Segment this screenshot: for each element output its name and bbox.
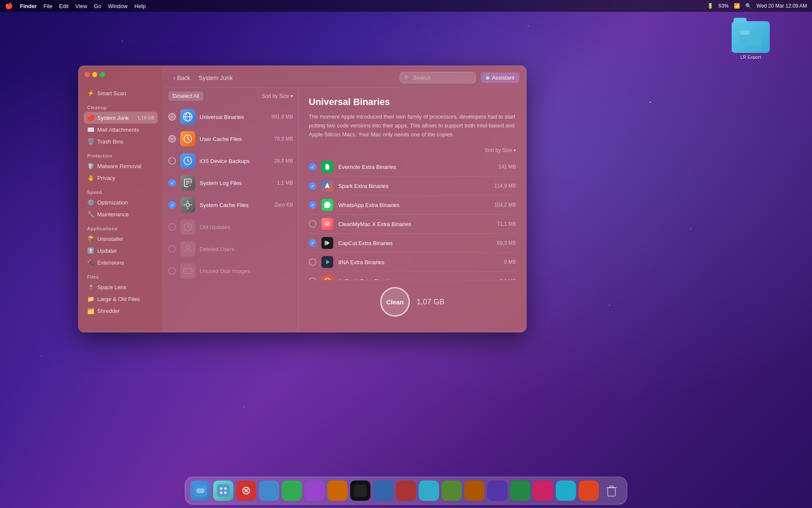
detail-item[interactable]: ✓ CapCut Extra Binaries 69,3 MB <box>309 234 516 253</box>
list-item[interactable]: − User Cache Files 78,9 MB <box>163 128 298 150</box>
item-checkbox-user-cache[interactable]: − <box>168 135 176 143</box>
item-checkbox-system-log[interactable]: ✓ <box>168 179 176 187</box>
sidebar-item-updater[interactable]: ⬆️ Updater <box>84 245 158 257</box>
sidebar-item-trash-bins[interactable]: 🗑️ Trash Bins <box>84 135 158 147</box>
minimize-button[interactable] <box>92 72 97 77</box>
detail-checkbox-evernote[interactable]: ✓ <box>309 163 316 171</box>
dock-app10[interactable] <box>442 480 462 501</box>
detail-checkbox-cleanmymac[interactable] <box>309 220 316 228</box>
list-item[interactable]: − Universal Binaries 991,9 MB <box>163 106 298 128</box>
menubar-battery-icon: 🔋 <box>707 3 713 9</box>
back-button[interactable]: ‹ Back <box>170 73 194 83</box>
sidebar-item-uninstaller[interactable]: 📦 Uninstaller <box>84 233 158 245</box>
clean-button[interactable]: Clean <box>380 287 410 317</box>
sidebar-section-cleanup: Cleanup <box>87 105 154 110</box>
sidebar-item-malware[interactable]: 🛡️ Malware Removal <box>84 160 158 172</box>
dock-launchpad[interactable] <box>213 480 233 501</box>
svg-rect-42 <box>308 484 321 497</box>
sort-by-size-button[interactable]: Sort by Size ▾ <box>262 93 293 99</box>
detail-item-size-iina: 8 MB <box>504 259 516 265</box>
item-checkbox-old-updates[interactable] <box>168 223 176 231</box>
menubar-window[interactable]: Window <box>108 3 127 9</box>
list-item[interactable]: Old Updates <box>163 216 298 238</box>
sidebar-item-shredder[interactable]: 🗂️ Shredder <box>84 305 158 317</box>
list-item[interactable]: ✓ System Cache Files Zero KB <box>163 194 298 216</box>
dock-app7[interactable] <box>373 480 393 501</box>
sidebar-updater-label: Updater <box>97 248 117 254</box>
old-updates-icon <box>180 219 195 235</box>
system-junk-icon: 🔴 <box>87 114 94 121</box>
svg-rect-54 <box>582 484 595 497</box>
dock-app3[interactable] <box>282 480 302 501</box>
detail-checkbox-iina[interactable] <box>309 258 316 266</box>
dock-app2[interactable] <box>259 480 279 501</box>
list-item[interactable]: Deleted Users <box>163 238 298 260</box>
close-button[interactable] <box>85 72 90 77</box>
dock-trash[interactable] <box>601 480 622 501</box>
sidebar-item-smart-scan[interactable]: ⚡ Smart Scan <box>84 87 158 99</box>
dock-app9[interactable] <box>419 480 439 501</box>
detail-item-size-spark: 114,9 MB <box>494 183 516 189</box>
system-junk-badge: 1,19 GB <box>137 115 154 120</box>
assistant-button[interactable]: Assistant <box>481 72 519 83</box>
search-icon: 🔍 <box>404 75 411 81</box>
sidebar-item-mail-attachments[interactable]: ✉️ Mail Attachments <box>84 124 158 135</box>
menubar-go[interactable]: Go <box>94 3 101 9</box>
sidebar-item-large-old[interactable]: 📁 Large & Old Files <box>84 293 158 305</box>
maximize-button[interactable] <box>100 72 105 77</box>
item-checkbox-system-cache[interactable]: ✓ <box>168 201 176 209</box>
detail-item[interactable]: ✓ WhatsApp Extra Binaries 104,2 MB <box>309 196 516 215</box>
dock-app5[interactable] <box>327 480 348 501</box>
detail-checkbox-capcut[interactable]: ✓ <box>309 239 316 247</box>
sidebar-item-maintenance[interactable]: 🔧 Maintenance <box>84 208 158 220</box>
detail-item[interactable]: ✓ Evernote Extra Binaries 141 MB <box>309 157 516 177</box>
dock-app16[interactable] <box>579 480 599 501</box>
item-checkbox-ios-backups[interactable] <box>168 157 176 165</box>
list-item[interactable]: iOS Device Backups 28,8 MB <box>163 150 298 172</box>
apple-menu[interactable]: 🍎 <box>5 2 13 10</box>
dock-app1[interactable] <box>236 480 256 501</box>
dock-app4[interactable] <box>304 480 325 501</box>
dock-app14[interactable] <box>533 480 553 501</box>
list-item[interactable]: ✓ System Log Files 1,1 MB <box>163 172 298 194</box>
item-checkbox-universal-binaries[interactable]: − <box>168 113 176 121</box>
dock-app12[interactable] <box>487 480 508 501</box>
svg-rect-24 <box>324 221 330 227</box>
desktop-folder[interactable]: LR Export <box>732 21 770 60</box>
search-input[interactable] <box>413 75 471 81</box>
detail-checkbox-whatsapp[interactable]: ✓ <box>309 201 316 209</box>
list-item[interactable]: Unused Disk Images <box>163 260 298 282</box>
dock-app13[interactable] <box>510 480 530 501</box>
detail-item[interactable]: AdBlock Extra Binaries 6,2 MB <box>309 272 516 280</box>
dock-finder[interactable] <box>190 480 211 501</box>
sidebar-item-system-junk[interactable]: 🔴 System Junk 1,19 GB <box>84 112 158 124</box>
svg-rect-49 <box>468 484 481 497</box>
dock-app15[interactable] <box>556 480 576 501</box>
menubar-help[interactable]: Help <box>134 3 146 9</box>
svg-point-32 <box>200 488 205 493</box>
detail-checkbox-spark[interactable]: ✓ <box>309 182 316 190</box>
deselect-all-button[interactable]: Deselect All <box>168 91 203 101</box>
item-checkbox-disk-images[interactable] <box>168 267 176 275</box>
detail-item[interactable]: ✓ Spark Extra Binaries 114,9 MB <box>309 177 516 196</box>
dock-app8[interactable] <box>396 480 416 501</box>
detail-sort-button[interactable]: Sort by Size ▾ <box>309 147 516 153</box>
menubar-finder[interactable]: Finder <box>20 3 37 9</box>
menubar-file[interactable]: File <box>44 3 52 9</box>
sidebar-item-extensions[interactable]: 🔌 Extensions <box>84 257 158 268</box>
sidebar-item-privacy[interactable]: 🤚 Privacy <box>84 172 158 184</box>
desktop-folder-label: LR Export <box>732 55 770 60</box>
svg-rect-47 <box>422 484 435 497</box>
adblock-icon <box>321 275 333 280</box>
menubar-search-icon[interactable]: 🔍 <box>745 3 752 9</box>
dock-app6[interactable] <box>350 480 370 501</box>
detail-item[interactable]: CleanMyMac X Extra Binaries 71,1 MB <box>309 215 516 234</box>
menubar-edit[interactable]: Edit <box>59 3 69 9</box>
sidebar-item-optimization[interactable]: ⚙️ Optimization <box>84 196 158 208</box>
item-checkbox-deleted-users[interactable] <box>168 245 176 253</box>
detail-item[interactable]: IINA Extra Binaries 8 MB <box>309 253 516 272</box>
dock-app11[interactable] <box>464 480 485 501</box>
search-box[interactable]: 🔍 <box>400 72 476 83</box>
menubar-view[interactable]: View <box>75 3 87 9</box>
sidebar-item-space-lens[interactable]: 🔭 Space Lens <box>84 281 158 293</box>
